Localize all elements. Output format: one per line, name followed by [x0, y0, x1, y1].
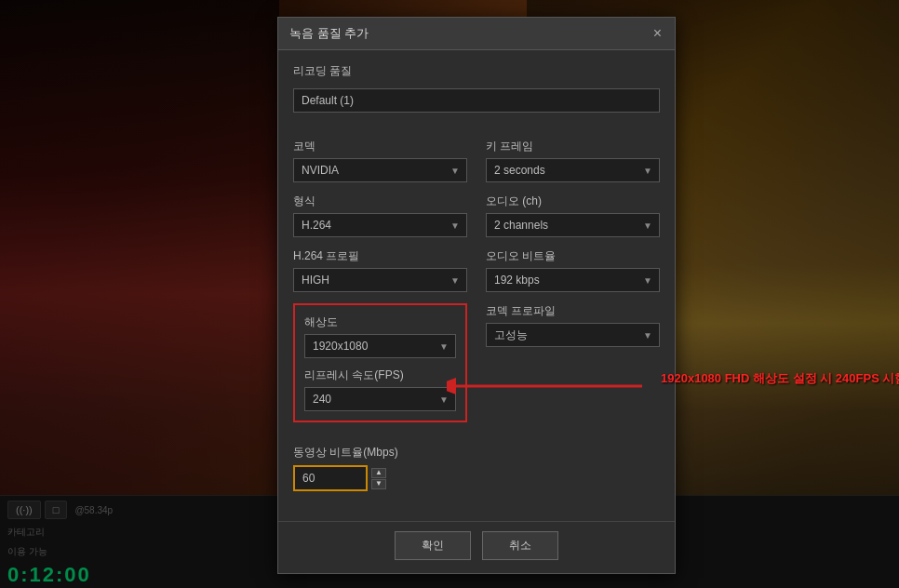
recording-quality-group: 리코딩 품질 [293, 63, 660, 126]
annotation-text: 1920x1080 FHD 해상도 설정 시 240FPS 시험 [661, 370, 899, 387]
bitrate-decrement-button[interactable]: ▼ [371, 479, 386, 489]
h264-profile-select[interactable]: HIGH [293, 268, 467, 292]
modal-dialog: 녹음 품질 추가 × 리코딩 품질 코덱 NVIDIA ▼ 키 프레임 [277, 17, 676, 574]
resolution-select[interactable]: 1920x1080 [304, 334, 456, 358]
h264-profile-group: H.264 프로필 HIGH ▼ [293, 248, 467, 292]
keyframe-group: 키 프레임 2 seconds ▼ [486, 139, 660, 182]
codec-select[interactable]: NVIDIA [293, 158, 467, 182]
keyframe-select[interactable]: 2 seconds [486, 158, 660, 182]
audio-ch-select-wrapper: 2 channels ▼ [486, 213, 660, 237]
audio-bitrate-select[interactable]: 192 kbps [486, 268, 660, 292]
settings-grid-row2: 형식 H.264 ▼ 오디오 (ch) 2 channels ▼ [293, 194, 660, 237]
modal-footer: 확인 취소 [278, 521, 675, 573]
bitrate-increment-button[interactable]: ▲ [371, 468, 386, 478]
recording-quality-input[interactable] [293, 88, 660, 113]
highlight-box: 해상도 1920x1080 ▼ 리프레시 속도(FPS) 240 ▼ [293, 303, 467, 422]
codec-group: 코덱 NVIDIA ▼ [293, 139, 467, 182]
codec-label: 코덱 [293, 139, 467, 154]
format-select-wrapper: H.264 ▼ [293, 213, 467, 237]
cancel-button[interactable]: 취소 [482, 531, 558, 560]
h264-profile-label: H.264 프로필 [293, 248, 467, 264]
resolution-label: 해상도 [304, 314, 456, 330]
video-bitrate-input[interactable] [293, 465, 368, 491]
codec-profile-label: 코덱 프로파일 [486, 303, 660, 319]
audio-bitrate-group: 오디오 비트율 192 kbps ▼ [486, 248, 660, 292]
audio-ch-label: 오디오 (ch) [486, 194, 660, 209]
modal-title: 녹음 품질 추가 [289, 25, 369, 42]
arrow-annotation [447, 363, 651, 409]
keyframe-select-wrapper: 2 seconds ▼ [486, 158, 660, 182]
format-select[interactable]: H.264 [293, 213, 467, 237]
bitrate-spinner: ▲ ▼ [371, 468, 386, 489]
codec-profile-select-wrapper: 고성능 ▼ [486, 323, 660, 347]
resolution-select-wrapper: 1920x1080 ▼ [304, 334, 456, 358]
audio-ch-group: 오디오 (ch) 2 channels ▼ [486, 194, 660, 237]
modal-title-bar: 녹음 품질 추가 × [278, 18, 675, 50]
bitrate-input-wrapper: ▲ ▼ [293, 465, 386, 491]
fps-label: 리프레시 속도(FPS) [304, 368, 456, 383]
modal-body: 리코딩 품질 코덱 NVIDIA ▼ 키 프레임 2 seconds [278, 50, 675, 517]
video-bitrate-label: 동영상 비트율(Mbps) [293, 445, 660, 461]
keyframe-label: 키 프레임 [486, 139, 660, 154]
h264-profile-select-wrapper: HIGH ▼ [293, 268, 467, 292]
settings-grid-row1: 코덱 NVIDIA ▼ 키 프레임 2 seconds ▼ [293, 139, 660, 182]
audio-bitrate-select-wrapper: 192 kbps ▼ [486, 268, 660, 292]
fps-select-wrapper: 240 ▼ [304, 387, 456, 411]
audio-ch-select[interactable]: 2 channels [486, 213, 660, 237]
close-button[interactable]: × [651, 26, 664, 41]
video-bitrate-section: 동영상 비트율(Mbps) ▲ ▼ [293, 445, 660, 491]
codec-select-wrapper: NVIDIA ▼ [293, 158, 467, 182]
codec-profile-select[interactable]: 고성능 [486, 323, 660, 347]
fps-select[interactable]: 240 [304, 387, 456, 411]
format-label: 형식 [293, 194, 467, 209]
confirm-button[interactable]: 확인 [395, 531, 471, 560]
format-group: 형식 H.264 ▼ [293, 194, 467, 237]
resolution-group: 해상도 1920x1080 ▼ [304, 314, 456, 358]
fps-group: 리프레시 속도(FPS) 240 ▼ [304, 368, 456, 411]
audio-bitrate-label: 오디오 비트율 [486, 248, 660, 264]
recording-quality-label: 리코딩 품질 [293, 63, 660, 79]
settings-grid-row3: H.264 프로필 HIGH ▼ 오디오 비트율 192 kbps ▼ [293, 248, 660, 292]
